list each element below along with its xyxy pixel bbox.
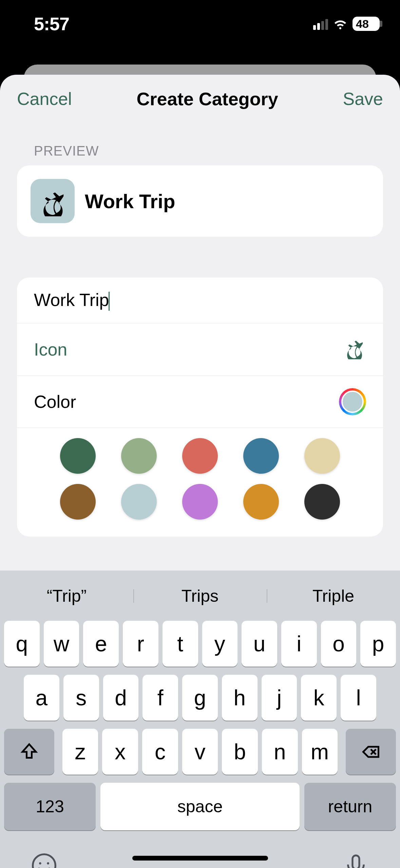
key-w[interactable]: w bbox=[44, 621, 79, 667]
key-row-2: asdfghjkl bbox=[4, 675, 396, 721]
color-swatch-6[interactable] bbox=[121, 484, 157, 520]
key-j[interactable]: j bbox=[262, 675, 297, 721]
color-swatch-1[interactable] bbox=[121, 438, 157, 474]
backspace-icon bbox=[361, 742, 381, 762]
key-v[interactable]: v bbox=[182, 729, 218, 775]
status-bar: 5:57 48 bbox=[0, 0, 400, 37]
home-indicator[interactable] bbox=[132, 856, 268, 861]
color-swatch-7[interactable] bbox=[182, 484, 218, 520]
color-swatch-8[interactable] bbox=[243, 484, 279, 520]
color-wheel-icon[interactable] bbox=[339, 388, 366, 415]
shift-key[interactable] bbox=[4, 729, 54, 775]
keyboard-bottom-bar bbox=[0, 838, 400, 868]
globe-travel-icon bbox=[37, 186, 68, 216]
icon-row-label: Icon bbox=[34, 339, 67, 360]
save-button[interactable]: Save bbox=[343, 89, 383, 109]
cellular-icon bbox=[313, 18, 328, 30]
color-swatch-4[interactable] bbox=[304, 438, 340, 474]
key-p[interactable]: p bbox=[360, 621, 396, 667]
backspace-key[interactable] bbox=[346, 729, 396, 775]
shift-icon bbox=[19, 742, 39, 762]
key-g[interactable]: g bbox=[182, 675, 218, 721]
key-i[interactable]: i bbox=[281, 621, 317, 667]
numbers-key[interactable]: 123 bbox=[4, 783, 96, 830]
color-swatch-5[interactable] bbox=[60, 484, 96, 520]
color-selector-row[interactable]: Color bbox=[17, 376, 383, 428]
key-f[interactable]: f bbox=[142, 675, 178, 721]
key-u[interactable]: u bbox=[242, 621, 277, 667]
nav-bar: Cancel Create Category Save bbox=[0, 75, 400, 120]
key-c[interactable]: c bbox=[142, 729, 178, 775]
space-key[interactable]: space bbox=[100, 783, 300, 830]
svg-point-1 bbox=[39, 862, 41, 865]
key-s[interactable]: s bbox=[63, 675, 99, 721]
preview-section-label: PREVIEW bbox=[0, 120, 400, 165]
key-a[interactable]: a bbox=[24, 675, 59, 721]
svg-rect-3 bbox=[353, 855, 359, 868]
selected-icon-preview bbox=[342, 336, 366, 363]
key-y[interactable]: y bbox=[202, 621, 238, 667]
emoji-icon bbox=[31, 852, 58, 868]
key-e[interactable]: e bbox=[83, 621, 119, 667]
suggestion-1[interactable]: “Trip” bbox=[0, 586, 133, 606]
color-swatch-3[interactable] bbox=[243, 438, 279, 474]
status-indicators: 48 bbox=[313, 16, 380, 32]
key-row-3: zxcvbnm bbox=[4, 729, 396, 775]
battery-indicator: 48 bbox=[353, 17, 380, 31]
create-category-sheet: Cancel Create Category Save PREVIEW Work… bbox=[0, 75, 400, 868]
name-input-row[interactable]: Work Trip bbox=[17, 277, 383, 323]
text-cursor bbox=[109, 292, 110, 311]
color-swatch-2[interactable] bbox=[182, 438, 218, 474]
key-t[interactable]: t bbox=[163, 621, 198, 667]
cancel-button[interactable]: Cancel bbox=[17, 89, 72, 109]
page-title: Create Category bbox=[137, 88, 278, 109]
keyboard-suggestions: “Trip” Trips Triple bbox=[0, 577, 400, 615]
key-d[interactable]: d bbox=[103, 675, 139, 721]
key-q[interactable]: q bbox=[4, 621, 40, 667]
key-h[interactable]: h bbox=[222, 675, 258, 721]
preview-card: Work Trip bbox=[17, 165, 383, 237]
color-swatch-0[interactable] bbox=[60, 438, 96, 474]
name-input[interactable]: Work Trip bbox=[34, 290, 110, 311]
status-time: 5:57 bbox=[34, 13, 69, 34]
category-icon-preview bbox=[31, 179, 75, 223]
battery-level: 48 bbox=[356, 17, 369, 31]
key-k[interactable]: k bbox=[301, 675, 337, 721]
svg-point-2 bbox=[47, 862, 49, 865]
microphone-icon bbox=[342, 852, 369, 868]
key-l[interactable]: l bbox=[341, 675, 376, 721]
return-key[interactable]: return bbox=[304, 783, 396, 830]
key-o[interactable]: o bbox=[321, 621, 357, 667]
category-name-preview: Work Trip bbox=[85, 190, 175, 213]
color-swatch-9[interactable] bbox=[304, 484, 340, 520]
icon-selector-row[interactable]: Icon bbox=[17, 323, 383, 376]
globe-travel-icon bbox=[342, 336, 366, 359]
key-row-4: 123 space return bbox=[4, 783, 396, 830]
form-card: Work Trip Icon Color bbox=[17, 277, 383, 537]
key-b[interactable]: b bbox=[222, 729, 258, 775]
key-x[interactable]: x bbox=[102, 729, 138, 775]
suggestion-2[interactable]: Trips bbox=[133, 586, 267, 606]
key-r[interactable]: r bbox=[123, 621, 158, 667]
svg-point-0 bbox=[33, 854, 56, 868]
key-z[interactable]: z bbox=[62, 729, 98, 775]
suggestion-3[interactable]: Triple bbox=[267, 586, 400, 606]
color-swatches bbox=[17, 428, 383, 523]
dictation-button[interactable] bbox=[342, 852, 369, 868]
key-n[interactable]: n bbox=[262, 729, 298, 775]
key-row-1: qwertyuiop bbox=[4, 621, 396, 667]
key-m[interactable]: m bbox=[302, 729, 338, 775]
wifi-icon bbox=[333, 16, 348, 32]
keyboard: “Trip” Trips Triple qwertyuiop asdfghjkl… bbox=[0, 571, 400, 868]
emoji-button[interactable] bbox=[31, 852, 58, 868]
color-row-label: Color bbox=[34, 392, 76, 412]
